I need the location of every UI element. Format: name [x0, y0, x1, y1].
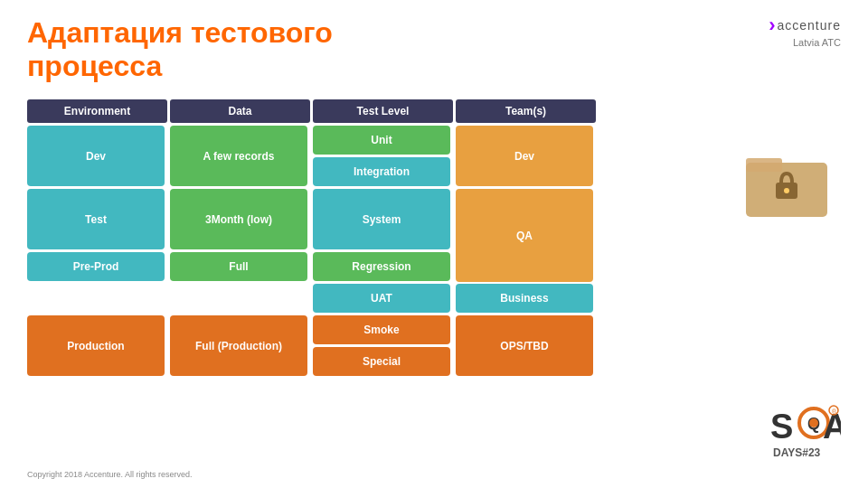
env-test: Test [27, 189, 165, 249]
header-data: Data [170, 99, 310, 123]
header-environment: Environment [27, 99, 167, 123]
title-line2: процесса [27, 50, 333, 83]
page: Адаптация тестового процесса › accenture… [0, 0, 868, 488]
team-business: Business [456, 284, 593, 313]
accenture-name: accenture [778, 18, 841, 33]
level-smoke: Smoke [313, 315, 450, 344]
level-regression: Regression [313, 252, 450, 281]
header-team: Team(s) [456, 99, 596, 123]
accenture-chevron: › [769, 14, 775, 37]
header-test-level: Test Level [313, 99, 453, 123]
svg-rect-1 [746, 158, 782, 172]
env-dev: Dev [27, 126, 165, 186]
team-qa: QA [456, 189, 593, 282]
main-table: Environment Data Test Level Team(s) Dev … [27, 99, 642, 406]
title-area: Адаптация тестового процесса [27, 16, 333, 83]
team-dev: Dev [456, 126, 593, 186]
level-system: System [313, 189, 450, 249]
svg-text:®: ® [832, 408, 837, 415]
accenture-logo: › accenture Latvia ATC [769, 14, 841, 48]
sqa-logo: S Q A ® DAYS#23 [769, 398, 841, 461]
env-production: Production [27, 315, 165, 376]
accenture-sub: Latvia ATC [769, 37, 841, 48]
data-3month: 3Month (low) [170, 189, 307, 249]
level-uat: UAT [313, 284, 450, 313]
svg-point-3 [784, 188, 789, 193]
data-full: Full [170, 252, 307, 281]
title-line1: Адаптация тестового [27, 16, 333, 50]
data-few-records: A few records [170, 126, 307, 186]
folder-icon [741, 145, 832, 221]
svg-text:S: S [770, 408, 793, 446]
team-ops: OPS/TBD [456, 315, 593, 376]
env-preprod: Pre-Prod [27, 252, 165, 281]
level-special: Special [313, 347, 450, 376]
svg-text:DAYS#23: DAYS#23 [773, 446, 821, 459]
copyright: Copyright 2018 Accenture. All rights res… [27, 470, 193, 479]
table-body: Dev Test Pre-Prod Production A few recor… [27, 126, 642, 406]
data-full-production: Full (Production) [170, 315, 307, 376]
svg-point-7 [809, 418, 818, 427]
level-integration: Integration [313, 157, 450, 186]
level-unit: Unit [313, 126, 450, 155]
table-header: Environment Data Test Level Team(s) [27, 99, 642, 123]
